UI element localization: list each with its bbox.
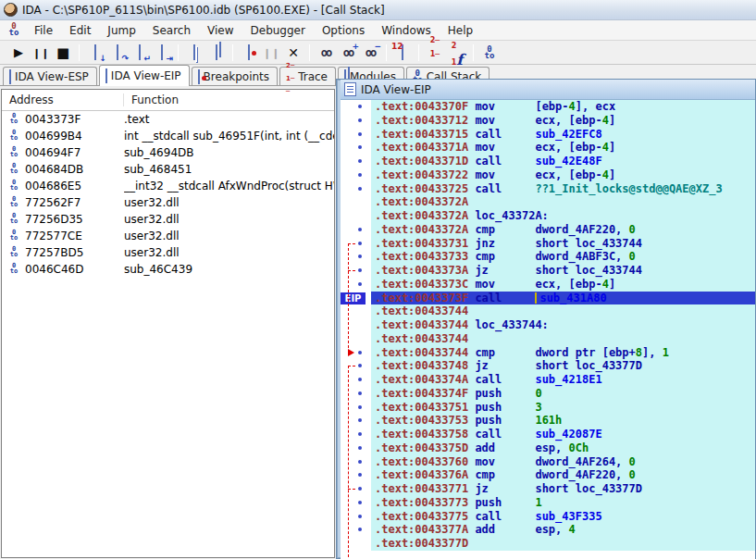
asm-code-text: .text:0043374A call sub_4218E1 [371, 373, 755, 387]
asm-line[interactable]: .text:00433748 jz short loc_43377D [341, 359, 755, 373]
asm-code-text: .text:00433712 mov ecx, [ebp-4] [371, 114, 755, 128]
menu-item-file[interactable]: File [26, 21, 61, 40]
menu-item-search[interactable]: Search [144, 21, 199, 40]
call-stack-header: Address Function [2, 90, 334, 111]
asm-line[interactable]: .text:00433753 push 161h [341, 414, 755, 428]
asm-line[interactable]: .text:00433775 call sub_43F335 [341, 510, 755, 524]
asm-code-text: .text:0043374F push 0 [371, 387, 755, 401]
asm-line[interactable]: .text:00433715 call sub_42EFC8 [341, 128, 755, 142]
toolbar-separator [473, 44, 474, 61]
asm-line[interactable]: .text:00433760 mov dword_4AF264, 0 [341, 455, 755, 469]
asm-line[interactable]: .text:0043371A mov ecx, [ebp-4] [341, 141, 755, 155]
menu-item-options[interactable]: Options [314, 21, 373, 40]
asm-line[interactable]: .text:0043374F push 0 [341, 387, 755, 401]
asm-line-margin [341, 100, 371, 114]
frame-function: user32.dll [124, 196, 334, 209]
function-tracing-button[interactable]: 21f [446, 43, 468, 63]
jump-to-operand-button[interactable]: 0to [478, 43, 501, 63]
trace-window-button[interactable]: 2─1─── [424, 43, 446, 63]
asm-line[interactable]: .text:0043374A call sub_4218E1 [341, 373, 755, 387]
asm-line[interactable]: .text:00433722 mov ecx, [ebp-4] [341, 168, 755, 182]
asm-line[interactable]: EIP.text:0043373F call sub_431A80 [341, 292, 755, 305]
asm-line[interactable]: .text:0043377A add esp, 4 [341, 523, 755, 537]
asm-line[interactable]: .text:0043372A loc_43372A: [341, 209, 755, 223]
asm-line[interactable]: .text:00433733 cmp dword_4ABF3C, 0 [341, 250, 755, 264]
instruction-dot-icon [358, 242, 362, 245]
suspend-disabled-button[interactable]: ❙❙ [260, 43, 282, 63]
ida-view-eip-window: IDA View-EIP .text:0043370F mov [ebp-4],… [336, 79, 756, 559]
asm-code-text: .text:00433744 [371, 304, 755, 318]
call-stack-row[interactable]: 0to004699B4int __stdcall sub_46951F(int,… [2, 128, 334, 144]
view-tab-icon [9, 70, 11, 83]
open-windows-list-button[interactable] [183, 43, 205, 63]
run-until-return-button[interactable]: ↵ [129, 43, 151, 63]
window-title: IDA - C:\SP610P_611S\bin\SP6100.idb (SP6… [22, 4, 385, 17]
asm-line[interactable]: .text:00433771 jz short loc_43377D [341, 482, 755, 496]
tab-ida-view-eip[interactable]: IDA View-EIP [99, 65, 190, 86]
asm-line[interactable]: .text:00433758 call sub_42087E [341, 428, 755, 441]
call-stack-row[interactable]: 0to0046C46Dsub_46C439 [2, 261, 334, 278]
breakpoint-toggle-button[interactable] [238, 43, 260, 63]
asm-line[interactable]: .text:0043371D call sub_42E48F [341, 155, 755, 168]
run-to-cursor-button[interactable]: ⇥ [151, 43, 173, 63]
jump-to-address-button[interactable]: 12 [391, 43, 414, 63]
frame-function: user32.dll [124, 246, 334, 259]
asm-line-margin [341, 264, 371, 278]
call-stack-row[interactable]: 0to004684DBsub_468451 [2, 161, 334, 178]
menu-item-debugger[interactable]: Debugger [242, 21, 314, 40]
search-next-button[interactable]: oo+ [337, 43, 359, 63]
asm-line[interactable]: .text:0043373C mov ecx, [ebp-4] [341, 278, 755, 292]
step-into-button[interactable]: ↓ [84, 43, 106, 63]
menu-item-edit[interactable]: Edit [61, 21, 99, 40]
tab-breakpoints[interactable]: Breakpoints [192, 67, 278, 86]
asm-line[interactable]: .text:0043370F mov [ebp-4], ecx [341, 100, 755, 114]
asm-code-text: .text:00433744 cmp dword ptr [ebp+8], 1 [371, 346, 755, 360]
step-over-button[interactable]: ↷ [106, 43, 129, 63]
menu-item-jump[interactable]: Jump [99, 21, 143, 40]
asm-code-text: .text:00433775 call sub_43F335 [371, 510, 755, 524]
asm-line[interactable]: .text:0043375D add esp, 0Ch [341, 441, 755, 455]
asm-line-margin [341, 195, 371, 209]
asm-code-text: .text:0043372A loc_43372A: [371, 209, 755, 223]
asm-line-margin [341, 114, 371, 128]
jump-target-arrow-icon [348, 349, 358, 356]
menu-item-view[interactable]: View [199, 21, 242, 40]
call-stack-row[interactable]: 0to0043373F.text [2, 111, 334, 128]
column-header-function[interactable]: Function [124, 93, 334, 106]
call-stack-row[interactable]: 0to004694F7sub_4694DB [2, 144, 334, 161]
call-stack-row[interactable]: 0to77257BD5user32.dll [2, 244, 334, 261]
asm-line[interactable]: .text:0043372A [341, 195, 755, 209]
call-stack-row[interactable]: 0to004686E5__int32 __stdcall AfxWndProc(… [2, 178, 334, 194]
call-stack-row[interactable]: 0to772577CEuser32.dll [2, 228, 334, 244]
instruction-dot-icon [358, 268, 362, 272]
tab-ida-view-esp[interactable]: IDA View-ESP [3, 67, 97, 86]
asm-line[interactable]: .text:00433712 mov ecx, [ebp-4] [341, 114, 755, 128]
frame-address: 004684DB [25, 163, 124, 176]
asm-line[interactable]: .text:00433725 call ??1_Init_locks@std@@… [341, 182, 755, 196]
asm-line[interactable]: .text:0043377D [341, 537, 755, 551]
call-stack-row[interactable]: 0to772562F7user32.dll [2, 194, 334, 211]
call-stack-row[interactable]: 0to77256D35user32.dll [2, 211, 334, 228]
search-button[interactable]: oo [315, 43, 337, 63]
asm-line[interactable]: .text:00433744 [341, 332, 755, 346]
pause-process-button[interactable]: ❙❙ [30, 43, 52, 63]
asm-line[interactable]: .text:0043372A cmp dword_4AF220, 0 [341, 223, 755, 237]
view-doc-icon [344, 82, 356, 96]
tab-trace[interactable]: 2─1──Trace [279, 67, 336, 86]
asm-line[interactable]: .text:00433744 cmp dword ptr [ebp+8], 1 [341, 346, 755, 360]
continue-process-button[interactable]: ▶ [7, 43, 30, 63]
asm-line[interactable]: .text:00433751 push 3 [341, 401, 755, 415]
asm-line[interactable]: .text:00433744 loc_433744: [341, 318, 755, 332]
asm-line[interactable]: .text:0043376A cmp dword_4AF220, 0 [341, 468, 755, 482]
stop-process-button[interactable]: ■ [52, 43, 74, 63]
eip-window-title-bar[interactable]: IDA View-EIP [341, 80, 755, 100]
disassembly-view: .text:0043370F mov [ebp-4], ecx.text:004… [341, 100, 755, 559]
asm-line[interactable]: .text:00433731 jnz short loc_433744 [341, 237, 755, 251]
search-prev-disabled-button[interactable]: oo− [359, 43, 381, 63]
instruction-dot-icon [358, 460, 362, 464]
asm-line[interactable]: .text:00433773 push 1 [341, 496, 755, 510]
column-header-address[interactable]: Address [2, 93, 124, 106]
asm-line[interactable]: .text:00433744 [341, 304, 755, 318]
duplicate-view-button[interactable] [205, 43, 228, 63]
asm-line[interactable]: .text:0043373A jz short loc_433744 [341, 264, 755, 278]
